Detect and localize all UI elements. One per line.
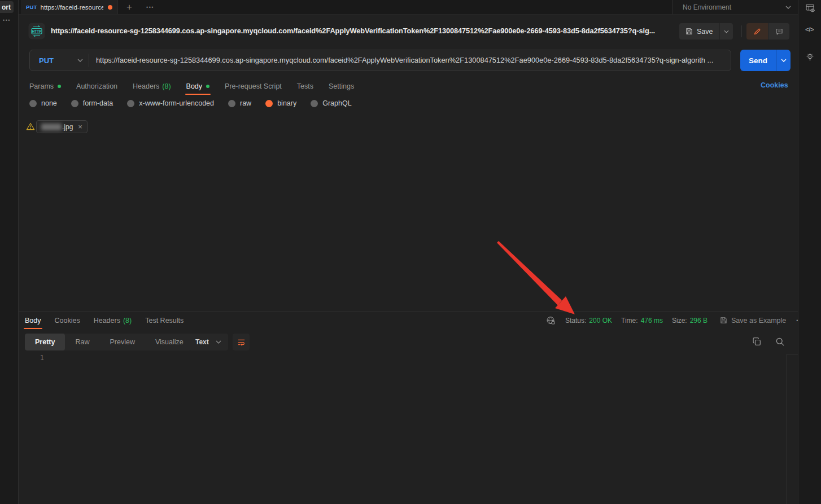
- method-dropdown[interactable]: PUT: [30, 50, 89, 71]
- view-pretty[interactable]: Pretty: [25, 334, 65, 350]
- sidebar-more-icon[interactable]: •••: [3, 17, 11, 23]
- radio-raw[interactable]: raw: [228, 99, 251, 107]
- status-readout: Status:200 OK: [565, 317, 612, 325]
- tab-options-icon[interactable]: •••: [141, 0, 160, 14]
- view-visualize[interactable]: Visualize: [145, 334, 194, 350]
- tab-tests[interactable]: Tests: [297, 78, 313, 95]
- response-line-number: 1: [35, 354, 44, 362]
- view-raw[interactable]: Raw: [65, 334, 99, 350]
- annotation-arrow: [0, 0, 821, 504]
- view-preview[interactable]: Preview: [99, 334, 145, 350]
- file-extension: .jpg: [62, 123, 73, 131]
- tab-headers[interactable]: Headers(8): [133, 78, 171, 95]
- response-format-dropdown[interactable]: Text: [189, 334, 228, 350]
- size-readout: Size:296 B: [672, 317, 708, 325]
- request-tab-bar: PUT https://faceid-resource + •••: [19, 0, 672, 15]
- chevron-down-icon: [781, 59, 787, 62]
- chevron-down-icon: [216, 340, 221, 344]
- radio-icon-selected: [265, 100, 273, 107]
- editor-scrollbar-corner: [787, 354, 798, 354]
- search-icon: [775, 337, 785, 347]
- body-indicator-dot: [206, 85, 209, 88]
- tab-authorization[interactable]: Authorization: [76, 78, 117, 95]
- response-tab-cookies[interactable]: Cookies: [55, 312, 80, 329]
- network-globe-icon[interactable]: [545, 315, 556, 326]
- headers-count: (8): [162, 82, 171, 90]
- new-tab-button[interactable]: +: [118, 0, 141, 14]
- radio-icon: [311, 100, 318, 107]
- radio-binary[interactable]: binary: [265, 99, 296, 107]
- response-tab-test-results[interactable]: Test Results: [145, 312, 184, 329]
- open-request-tab[interactable]: PUT https://faceid-resource: [21, 0, 118, 14]
- url-bar: PUT https://faceid-resource-sg-125834469…: [29, 50, 731, 71]
- radio-icon: [228, 100, 235, 107]
- save-icon: [720, 317, 727, 324]
- http-request-icon: HTTP: [28, 23, 45, 42]
- time-value: 476 ms: [641, 317, 663, 325]
- unsaved-changes-indicator: [108, 5, 112, 10]
- warning-icon: [26, 122, 35, 130]
- environment-selector[interactable]: No Environment: [672, 0, 798, 15]
- chevron-down-icon: [724, 30, 729, 33]
- tab-title: https://faceid-resource: [41, 4, 103, 11]
- response-section-tabs: Body Cookies Headers(8) Test Results: [25, 312, 184, 329]
- svg-text:HTTP: HTTP: [32, 29, 42, 33]
- copy-icon: [752, 337, 762, 347]
- url-input[interactable]: https://faceid-resource-sg-1258344699.co…: [89, 50, 731, 71]
- tab-method-label: PUT: [26, 4, 37, 10]
- radio-icon: [71, 100, 78, 107]
- request-title: https://faceid-resource-sg-1258344699.co…: [51, 27, 675, 35]
- radio-x-www-form-urlencoded[interactable]: x-www-form-urlencoded: [127, 99, 214, 107]
- search-response-button[interactable]: [775, 337, 785, 349]
- selected-file-chip[interactable]: .jpg ×: [36, 120, 88, 133]
- cookies-link[interactable]: Cookies: [761, 81, 788, 89]
- send-button[interactable]: Send: [740, 50, 776, 71]
- code-snippet-icon[interactable]: </>: [805, 26, 814, 33]
- tab-pre-request-script[interactable]: Pre-request Script: [225, 78, 282, 95]
- method-label: PUT: [39, 56, 54, 65]
- editor-scrollbar[interactable]: [787, 354, 787, 504]
- edit-description-button[interactable]: [746, 23, 768, 40]
- response-headers-count: (8): [123, 317, 132, 325]
- params-indicator-dot: [58, 85, 61, 88]
- time-readout: Time:476 ms: [621, 317, 663, 325]
- radio-form-data[interactable]: form-data: [71, 99, 113, 107]
- status-value: 200 OK: [589, 317, 612, 325]
- left-sidebar-rail: ort •••: [0, 0, 19, 504]
- divider: [741, 25, 742, 37]
- radio-icon: [127, 100, 134, 107]
- radio-none[interactable]: none: [29, 99, 57, 107]
- body-type-selector: none form-data x-www-form-urlencoded raw…: [29, 99, 352, 107]
- wrap-lines-button[interactable]: [233, 334, 250, 350]
- tab-body[interactable]: Body: [186, 78, 210, 95]
- response-meta-bar: Status:200 OK Time:476 ms Size:296 B Sav…: [545, 312, 804, 329]
- tab-params[interactable]: Params: [29, 78, 61, 95]
- right-sidebar-rail: </>: [798, 0, 821, 504]
- response-tab-headers[interactable]: Headers(8): [94, 312, 132, 329]
- response-view-switcher: Pretty Raw Preview Visualize: [25, 334, 194, 350]
- save-label: Save: [697, 28, 713, 36]
- request-section-tabs: Params Authorization Headers(8) Body Pre…: [29, 78, 354, 95]
- save-options-button[interactable]: [719, 23, 733, 40]
- size-value: 296 B: [690, 317, 708, 325]
- radio-icon: [29, 100, 37, 107]
- radio-graphql[interactable]: GraphQL: [311, 99, 351, 107]
- save-button[interactable]: Save: [679, 23, 719, 40]
- save-as-example-button[interactable]: Save as Example: [720, 317, 786, 325]
- chevron-down-icon: [77, 59, 83, 62]
- comments-button[interactable]: [768, 23, 789, 40]
- import-button[interactable]: ort: [0, 1, 14, 13]
- environment-label: No Environment: [683, 3, 731, 11]
- pencil-icon: [753, 28, 761, 36]
- comment-icon: [775, 28, 783, 36]
- chevron-down-icon: [785, 6, 791, 9]
- wrap-text-icon: [237, 338, 246, 347]
- tab-settings[interactable]: Settings: [329, 78, 354, 95]
- copy-response-button[interactable]: [752, 337, 762, 349]
- send-options-button[interactable]: [776, 50, 791, 71]
- lightbulb-icon[interactable]: [805, 52, 815, 62]
- remove-file-icon[interactable]: ×: [78, 122, 82, 131]
- redacted-filename: [41, 124, 62, 130]
- response-tab-body[interactable]: Body: [25, 312, 41, 329]
- environment-quick-look-icon[interactable]: [805, 3, 815, 13]
